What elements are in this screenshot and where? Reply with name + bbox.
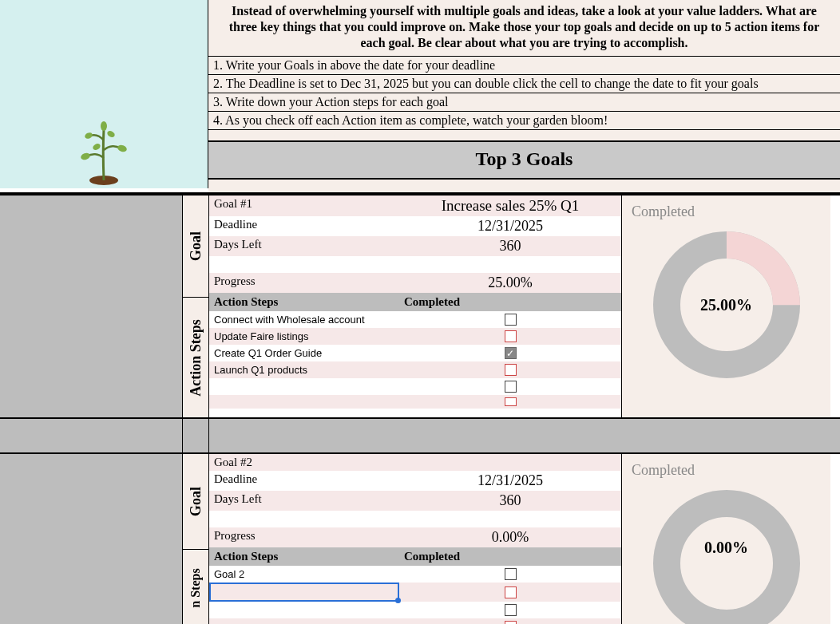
goal-1-block: Goal Action Steps Goal #1 Increase sales… [0, 194, 840, 419]
action-step-row[interactable]: Connect with Wholesale account [209, 311, 621, 328]
goal-number-label: Goal #2 [209, 454, 399, 471]
action-steps-tab: Action Steps [182, 298, 209, 417]
top-section: Instead of overwhelming yourself with mu… [0, 0, 840, 194]
action-step-row[interactable] [209, 602, 621, 618]
svg-point-2 [117, 144, 128, 153]
days-left-value: 360 [399, 236, 621, 256]
instruction-step-3: 3. Write down your Action steps for each… [208, 93, 840, 112]
goal-2-chart: Completed 0.00% [621, 454, 830, 624]
action-step-row[interactable] [209, 395, 621, 409]
days-left-label: Days Left [209, 491, 399, 511]
donut-center-label: 0.00% [647, 484, 806, 624]
svg-point-5 [106, 129, 116, 138]
checkbox-checked[interactable] [505, 347, 517, 359]
goal-title-value [399, 454, 621, 471]
action-step-text: Update Faire listings [209, 328, 399, 345]
sapling-icon [76, 112, 132, 185]
progress-value: 25.00% [399, 273, 621, 293]
svg-point-1 [80, 152, 91, 161]
checkbox[interactable] [505, 586, 517, 598]
checkbox[interactable] [505, 364, 517, 376]
deadline-row[interactable]: Deadline 12/31/2025 [209, 216, 621, 236]
deadline-label: Deadline [209, 471, 399, 491]
action-steps-header: Action Steps [209, 547, 399, 566]
vertical-tabs: Goal n Steps [182, 454, 209, 624]
action-steps-tab-label: Action Steps [188, 319, 204, 397]
chart-title: Completed [632, 462, 821, 479]
svg-point-3 [84, 132, 93, 140]
goal-tab: Goal [182, 454, 209, 550]
spacer [208, 130, 840, 141]
blank-row [209, 256, 621, 273]
progress-label: Progress [209, 527, 399, 547]
instruction-step-1: 1. Write your Goals in above the date fo… [208, 57, 840, 75]
days-left-row: Days Left 360 [209, 236, 621, 256]
svg-point-4 [101, 121, 107, 131]
goal-tab-label: Goal [188, 231, 204, 261]
goal-title-row[interactable]: Goal #1 Increase sales 25% Q1 [209, 195, 621, 216]
donut-chart: 25.00% [647, 225, 806, 385]
goal-number-label: Goal #1 [209, 195, 399, 216]
checkbox[interactable] [505, 621, 517, 624]
goal-title-row[interactable]: Goal #2 [209, 454, 621, 471]
action-step-row[interactable]: Create Q1 Order Guide [209, 345, 621, 361]
instructions-intro: Instead of overwhelming yourself with mu… [208, 0, 840, 57]
action-step-text: Goal 2 [209, 566, 399, 583]
action-steps-tab-label: n Steps [188, 568, 203, 607]
checkbox[interactable] [505, 604, 517, 616]
goal-tab: Goal [182, 195, 209, 298]
action-step-row[interactable] [209, 618, 621, 624]
days-left-row: Days Left 360 [209, 491, 621, 511]
checkbox[interactable] [505, 397, 517, 406]
spacer [208, 180, 840, 192]
action-steps-tab: n Steps [182, 550, 209, 624]
left-gutter [0, 454, 182, 624]
plant-illustration-cell [0, 0, 208, 188]
selected-cell[interactable] [209, 583, 399, 602]
goal-title-value: Increase sales 25% Q1 [399, 195, 621, 216]
goal-1-content: Goal #1 Increase sales 25% Q1 Deadline 1… [209, 195, 621, 417]
checkbox[interactable] [505, 330, 517, 342]
goal-2-block: Goal n Steps Goal #2 Deadline 12/31/2025… [0, 452, 840, 624]
block-separator [0, 419, 840, 452]
action-step-row[interactable] [209, 583, 621, 602]
progress-label: Progress [209, 273, 399, 293]
goal-2-content: Goal #2 Deadline 12/31/2025 Days Left 36… [209, 454, 621, 624]
instructions: Instead of overwhelming yourself with mu… [208, 0, 840, 192]
action-step-row[interactable] [209, 378, 621, 395]
blank-row [209, 511, 621, 527]
progress-value: 0.00% [399, 527, 621, 547]
action-step-row[interactable]: Launch Q1 products [209, 361, 621, 378]
top-3-goals-header: Top 3 Goals [208, 141, 840, 180]
progress-row: Progress 0.00% [209, 527, 621, 547]
checkbox[interactable] [505, 314, 517, 326]
chart-title: Completed [632, 203, 821, 220]
deadline-value: 12/31/2025 [399, 471, 621, 491]
action-step-row[interactable]: Goal 2 [209, 566, 621, 583]
action-steps-header-row: Action Steps Completed [209, 547, 621, 566]
left-gutter [0, 195, 182, 417]
goals-worksheet: Instead of overwhelming yourself with mu… [0, 0, 840, 624]
instruction-step-2: 2. The Deadline is set to Dec 31, 2025 b… [208, 75, 840, 93]
deadline-value: 12/31/2025 [399, 216, 621, 236]
vertical-tabs: Goal Action Steps [182, 195, 209, 417]
checkbox[interactable] [505, 381, 517, 393]
instruction-step-4: 4. As you check off each Action item as … [208, 112, 840, 130]
completed-header: Completed [399, 293, 621, 311]
days-left-label: Days Left [209, 236, 399, 256]
svg-point-6 [92, 142, 101, 151]
progress-row: Progress 25.00% [209, 273, 621, 293]
action-steps-header-row: Action Steps Completed [209, 293, 621, 311]
donut-chart: 0.00% [647, 484, 806, 624]
completed-header: Completed [399, 547, 621, 566]
action-steps-header: Action Steps [209, 293, 399, 311]
donut-center-label: 25.00% [647, 225, 806, 385]
action-step-text: Connect with Wholesale account [209, 311, 399, 328]
deadline-label: Deadline [209, 216, 399, 236]
days-left-value: 360 [399, 491, 621, 511]
goal-tab-label: Goal [188, 487, 204, 516]
goal-1-chart: Completed 25.00% [621, 195, 830, 417]
action-step-row[interactable]: Update Faire listings [209, 328, 621, 345]
deadline-row[interactable]: Deadline 12/31/2025 [209, 471, 621, 491]
checkbox[interactable] [505, 568, 517, 580]
